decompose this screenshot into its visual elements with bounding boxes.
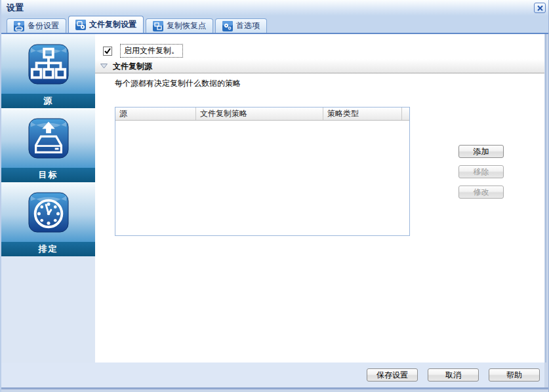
preferences-icon bbox=[222, 21, 233, 31]
table-action-buttons: 添加 移除 修改 bbox=[458, 145, 504, 199]
tab-backup-settings[interactable]: 备份设置 bbox=[7, 18, 66, 33]
column-header-filler bbox=[402, 108, 409, 120]
column-header-policy[interactable]: 文件复制策略 bbox=[196, 108, 323, 120]
enable-file-copy-row: 启用文件复制。 bbox=[103, 44, 183, 58]
cancel-button[interactable]: 取消 bbox=[428, 368, 479, 382]
sidebar-item-source[interactable] bbox=[1, 34, 95, 94]
tab-bar: 备份设置 文件复制设置 复制恢复点 bbox=[1, 16, 548, 34]
section-title: 文件复制源 bbox=[113, 61, 152, 72]
dialog-body: 源 目标 bbox=[1, 34, 544, 363]
policy-description: 每个源都有决定复制什么数据的策略 bbox=[115, 78, 241, 89]
column-header-policy-type[interactable]: 策略类型 bbox=[323, 108, 402, 120]
enable-file-copy-checkbox[interactable] bbox=[103, 47, 112, 56]
recovery-points-icon bbox=[153, 21, 163, 31]
column-header-source[interactable]: 源 bbox=[115, 108, 196, 120]
help-button[interactable]: 帮助 bbox=[489, 368, 540, 382]
network-source-icon bbox=[28, 44, 69, 85]
settings-window: 设置 备份设置 文件复制 bbox=[0, 0, 549, 392]
tab-label: 首选项 bbox=[236, 20, 260, 31]
sidebar: 源 目标 bbox=[1, 34, 95, 363]
window-bottom-edge bbox=[1, 387, 548, 389]
tab-copy-recovery-points[interactable]: 复制恢复点 bbox=[146, 18, 213, 33]
footer-bar: 保存设置 取消 帮助 bbox=[1, 363, 544, 387]
add-button[interactable]: 添加 bbox=[458, 145, 504, 158]
tab-label: 复制恢复点 bbox=[167, 20, 206, 31]
file-copy-settings-icon bbox=[75, 20, 86, 30]
section-header-file-copy-source[interactable]: 文件复制源 bbox=[95, 60, 544, 73]
tab-preferences[interactable]: 首选项 bbox=[215, 18, 267, 33]
tab-label: 文件复制设置 bbox=[89, 19, 136, 30]
file-copy-source-table[interactable]: 源 文件复制策略 策略类型 bbox=[115, 107, 410, 236]
title-bar: 设置 bbox=[1, 0, 548, 16]
remove-button[interactable]: 移除 bbox=[458, 165, 504, 178]
tab-label: 备份设置 bbox=[28, 20, 59, 31]
sidebar-item-destination[interactable] bbox=[1, 108, 95, 168]
schedule-clock-icon bbox=[28, 192, 69, 233]
tab-file-copy-settings[interactable]: 文件复制设置 bbox=[68, 16, 144, 33]
content-panel: 启用文件复制。 文件复制源 每个源都有决定复制什么数据的策略 源 文件复制策略 … bbox=[95, 34, 544, 363]
modify-button[interactable]: 修改 bbox=[458, 186, 504, 199]
close-icon bbox=[537, 5, 543, 11]
collapse-triangle-icon bbox=[100, 64, 108, 69]
window-right-edge bbox=[545, 34, 546, 363]
table-header-row: 源 文件复制策略 策略类型 bbox=[115, 108, 409, 121]
sidebar-label-schedule[interactable]: 排定 bbox=[1, 242, 95, 256]
close-button[interactable] bbox=[534, 3, 546, 13]
save-settings-button[interactable]: 保存设置 bbox=[367, 368, 418, 382]
enable-file-copy-label[interactable]: 启用文件复制。 bbox=[120, 44, 183, 58]
backup-settings-icon bbox=[14, 21, 24, 31]
sidebar-item-schedule[interactable] bbox=[1, 182, 95, 242]
sidebar-label-source[interactable]: 源 bbox=[1, 94, 95, 108]
sidebar-label-destination[interactable]: 目标 bbox=[1, 168, 95, 182]
window-title: 设置 bbox=[7, 2, 24, 14]
destination-drive-icon bbox=[28, 118, 69, 159]
checkmark-icon bbox=[104, 48, 111, 54]
